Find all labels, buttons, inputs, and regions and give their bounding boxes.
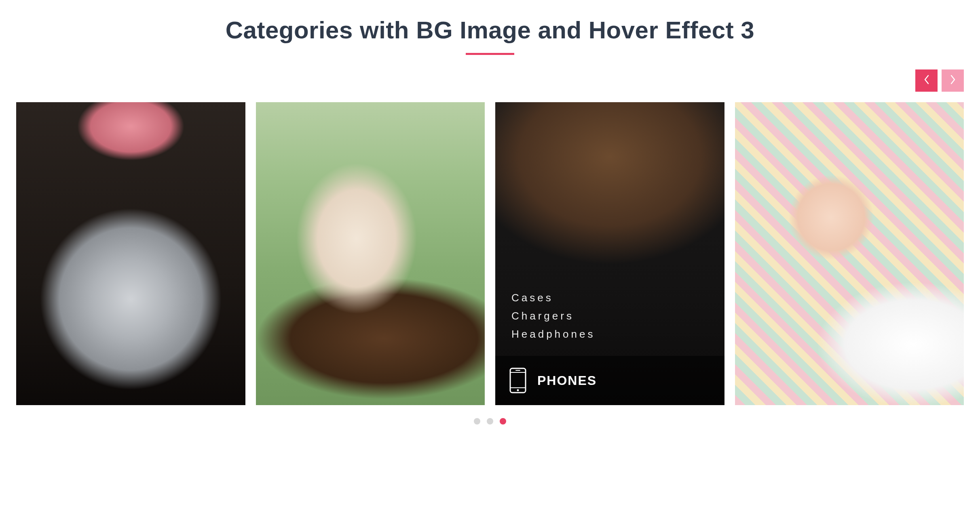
carousel-dot[interactable]	[487, 418, 493, 425]
category-card[interactable]	[735, 102, 964, 405]
carousel-next-button[interactable]	[942, 69, 964, 92]
category-label: PHONES	[537, 373, 597, 388]
category-footer: PHONES	[495, 356, 724, 405]
category-card[interactable]	[16, 102, 245, 405]
section-title: Categories with BG Image and Hover Effec…	[0, 16, 980, 44]
categories-section: Categories with BG Image and Hover Effec…	[0, 0, 980, 425]
carousel-nav	[0, 59, 980, 102]
category-card[interactable]: Cases Chargers Headphones PHONES	[495, 102, 724, 405]
subcategory-link[interactable]: Chargers	[511, 310, 595, 322]
carousel-dot-active[interactable]	[500, 418, 506, 425]
title-underline	[466, 53, 514, 55]
section-title-wrap: Categories with BG Image and Hover Effec…	[0, 16, 980, 55]
subcategory-list: Cases Chargers Headphones	[511, 292, 595, 340]
subcategory-link[interactable]: Cases	[511, 292, 595, 304]
chevron-left-icon	[924, 74, 929, 87]
subcategory-link[interactable]: Headphones	[511, 328, 595, 340]
carousel-dots	[0, 418, 980, 425]
carousel-prev-button[interactable]	[915, 69, 938, 92]
svg-point-3	[517, 389, 519, 391]
carousel-dot[interactable]	[474, 418, 480, 425]
chevron-right-icon	[950, 74, 956, 87]
category-card[interactable]	[256, 102, 485, 405]
category-carousel: Cases Chargers Headphones PHONES	[0, 102, 980, 405]
phone-icon	[509, 368, 527, 393]
